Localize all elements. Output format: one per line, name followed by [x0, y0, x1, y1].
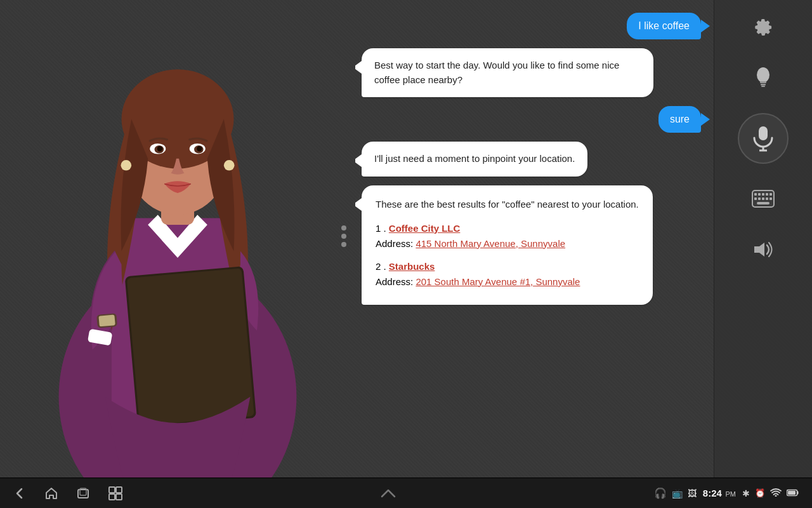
avatar [0, 0, 355, 483]
keyboard-button[interactable] [747, 183, 779, 215]
svg-point-12 [224, 160, 235, 171]
svg-rect-16 [98, 315, 115, 327]
result-2-address-line: Address: 201 South Mary Avenue #1, Sunny… [376, 274, 639, 290]
result-2: 2 . Starbucks Address: 201 South Mary Av… [376, 259, 639, 290]
assistant-message-1-text: Best way to start the day. Would you lik… [374, 60, 619, 85]
result-2-name-link[interactable]: Starbucks [389, 261, 435, 272]
svg-point-18 [757, 67, 769, 83]
tips-button[interactable] [747, 62, 779, 94]
result-1-address-line: Address: 415 North Mary Avenue, Sunnyval… [376, 236, 639, 251]
wifi-icon [770, 488, 782, 499]
results-intro: These are the best results for "coffee" … [376, 197, 639, 212]
svg-rect-33 [762, 197, 764, 200]
typing-dots [341, 225, 346, 247]
result-1-address-label: Address: [376, 238, 413, 249]
result-2-name-line: 2 . Starbucks [376, 259, 639, 274]
svg-rect-46 [788, 491, 796, 495]
home-button[interactable] [44, 486, 58, 500]
svg-rect-34 [766, 197, 768, 200]
result-1-name-link[interactable]: Coffee City LLC [389, 223, 461, 234]
volume-button[interactable] [747, 234, 779, 265]
svg-point-9 [157, 146, 162, 151]
recents-button[interactable] [76, 486, 90, 500]
svg-rect-43 [116, 494, 122, 500]
svg-rect-14 [127, 269, 254, 426]
svg-rect-41 [116, 487, 122, 493]
svg-rect-28 [762, 193, 764, 196]
back-button[interactable] [13, 486, 27, 500]
svg-rect-30 [769, 193, 772, 196]
svg-point-44 [775, 495, 777, 497]
connectivity-icons: ✱ ⏰ [742, 488, 799, 499]
result-1-address-link[interactable]: 415 North Mary Avenue, Sunnyvale [416, 238, 565, 249]
assistant-message-2-text: I'll just need a moment to pinpoint your… [374, 153, 575, 164]
svg-rect-26 [754, 193, 757, 196]
up-button[interactable] [379, 486, 397, 500]
chat-area: I like coffee Best way to start the day.… [355, 0, 714, 478]
bluetooth-icon: ✱ [742, 488, 750, 498]
result-1: 1 . Coffee City LLC Address: 415 North M… [376, 221, 639, 251]
svg-rect-20 [761, 84, 766, 86]
svg-rect-36 [757, 202, 769, 204]
svg-rect-42 [109, 494, 115, 500]
svg-point-11 [121, 160, 131, 171]
svg-rect-21 [761, 86, 765, 87]
user-message-1-text: I like coffee [638, 20, 690, 31]
results-bubble: These are the best results for "coffee" … [362, 185, 653, 305]
svg-rect-31 [754, 197, 757, 200]
screen-icon: 📺 [672, 488, 683, 498]
battery-icon [787, 488, 799, 499]
svg-rect-35 [769, 197, 772, 200]
nav-left-group [13, 486, 123, 501]
nav-right-group: 🎧 📺 🖼 8:24 PM ✱ ⏰ [654, 487, 799, 499]
assistant-bubble-1: Best way to start the day. Would you lik… [362, 48, 653, 97]
svg-rect-22 [759, 126, 768, 140]
svg-rect-32 [758, 197, 761, 200]
svg-rect-19 [760, 81, 766, 83]
svg-rect-29 [766, 193, 768, 196]
nav-center-group [379, 486, 397, 500]
settings-button[interactable] [747, 11, 779, 43]
result-2-address-label: Address: [376, 276, 413, 287]
alarm-icon: ⏰ [755, 488, 765, 498]
result-2-number: 2 [376, 261, 381, 272]
gallery-icon: 🖼 [688, 488, 697, 498]
svg-rect-27 [758, 193, 761, 196]
headphones-icon: 🎧 [654, 487, 667, 499]
svg-point-10 [197, 146, 202, 151]
assistant-bubble-2: I'll just need a moment to pinpoint your… [362, 142, 587, 177]
result-1-number: 1 [376, 223, 381, 234]
user-message-2-text: sure [670, 114, 690, 124]
microphone-button[interactable] [738, 113, 789, 164]
result-1-name-line: 1 . Coffee City LLC [376, 221, 639, 236]
avatar-area [0, 0, 355, 483]
nav-bar: 🎧 📺 🖼 8:24 PM ✱ ⏰ [0, 478, 812, 508]
user-bubble-1: I like coffee [627, 13, 701, 39]
right-sidebar [714, 0, 812, 478]
svg-rect-40 [109, 487, 115, 493]
result-2-address-link[interactable]: 201 South Mary Avenue #1, Sunnyvale [416, 276, 580, 287]
status-icons: 🎧 📺 🖼 [654, 487, 697, 499]
svg-marker-37 [754, 243, 764, 257]
time-display: 8:24 PM [703, 488, 736, 498]
user-bubble-2: sure [658, 106, 701, 133]
grid-button[interactable] [108, 486, 123, 501]
